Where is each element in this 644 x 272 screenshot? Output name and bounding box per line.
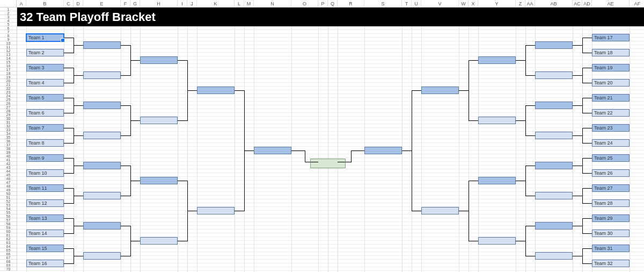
row-header-8[interactable]: 8: [0, 34, 17, 38]
right-r2-5[interactable]: [535, 162, 573, 169]
row-header-35[interactable]: 35: [0, 135, 17, 139]
row-header-55[interactable]: 55: [0, 211, 17, 214]
team-left-5[interactable]: Team 5: [26, 94, 64, 102]
col-header-H[interactable]: H: [140, 0, 178, 8]
right-r3-2[interactable]: [478, 117, 516, 124]
col-header-AF[interactable]: AF: [630, 0, 644, 8]
col-header-AE[interactable]: AE: [592, 0, 630, 8]
team-right-4[interactable]: Team 20: [592, 79, 630, 87]
row-header-50[interactable]: 50: [0, 192, 17, 196]
team-left-13[interactable]: Team 13: [26, 214, 64, 222]
right-r2-7[interactable]: [535, 222, 573, 230]
left-r2-1[interactable]: [83, 41, 121, 49]
row-header-57[interactable]: 57: [0, 218, 17, 222]
row-header-7[interactable]: 7: [0, 30, 17, 34]
left-r2-6[interactable]: [83, 192, 121, 199]
right-r3-3[interactable]: [478, 177, 516, 184]
col-header-AD[interactable]: AD: [582, 0, 592, 8]
left-r2-8[interactable]: [83, 252, 121, 260]
row-header-1[interactable]: 1: [0, 8, 17, 11]
row-header-62[interactable]: 62: [0, 237, 17, 241]
col-header-N[interactable]: N: [254, 0, 291, 8]
row-header-10[interactable]: 10: [0, 41, 17, 45]
team-right-3[interactable]: Team 19: [592, 64, 630, 71]
row-header-5[interactable]: 5: [0, 23, 17, 26]
team-left-4[interactable]: Team 4: [26, 79, 64, 87]
team-left-6[interactable]: Team 6: [26, 109, 64, 117]
col-header-E[interactable]: E: [83, 0, 121, 8]
col-header-AA[interactable]: AA: [525, 0, 535, 8]
row-header-40[interactable]: 40: [0, 154, 17, 158]
row-header-18[interactable]: 18: [0, 71, 17, 75]
row-header-6[interactable]: 6: [0, 26, 17, 30]
row-header-29[interactable]: 29: [0, 113, 17, 117]
row-header-61[interactable]: 61: [0, 233, 17, 237]
team-right-16[interactable]: Team 32: [592, 260, 630, 267]
row-header-13[interactable]: 13: [0, 53, 17, 56]
left-r2-5[interactable]: [83, 162, 121, 169]
col-header-L[interactable]: L: [235, 0, 244, 8]
team-right-10[interactable]: Team 26: [592, 169, 630, 177]
row-header-15[interactable]: 15: [0, 60, 17, 64]
team-left-15[interactable]: Team 15: [26, 245, 64, 252]
row-header-69[interactable]: 69: [0, 263, 17, 267]
row-header-37[interactable]: 37: [0, 143, 17, 147]
right-r4-2[interactable]: [421, 207, 459, 214]
row-header-43[interactable]: 43: [0, 166, 17, 169]
row-header-11[interactable]: 11: [0, 45, 17, 49]
team-right-11[interactable]: Team 27: [592, 184, 630, 192]
row-header-51[interactable]: 51: [0, 196, 17, 199]
col-header-S[interactable]: S: [364, 0, 402, 8]
team-right-15[interactable]: Team 31: [592, 245, 630, 252]
right-r2-8[interactable]: [535, 252, 573, 260]
col-header-P[interactable]: P: [318, 0, 328, 8]
row-header-67[interactable]: 67: [0, 256, 17, 260]
row-header-60[interactable]: 60: [0, 230, 17, 233]
team-left-14[interactable]: Team 14: [26, 230, 64, 237]
team-right-6[interactable]: Team 22: [592, 109, 630, 117]
row-header-45[interactable]: 45: [0, 173, 17, 177]
col-header-Y[interactable]: Y: [478, 0, 516, 8]
right-r2-4[interactable]: [535, 132, 573, 139]
row-header-25[interactable]: 25: [0, 98, 17, 102]
team-right-5[interactable]: Team 21: [592, 94, 630, 102]
col-header-D[interactable]: D: [74, 0, 83, 8]
col-header-V[interactable]: V: [421, 0, 459, 8]
row-header-64[interactable]: 64: [0, 245, 17, 248]
row-header-52[interactable]: 52: [0, 199, 17, 203]
col-header-U[interactable]: U: [412, 0, 421, 8]
team-left-8[interactable]: Team 8: [26, 139, 64, 147]
row-header-56[interactable]: 56: [0, 214, 17, 218]
team-right-9[interactable]: Team 25: [592, 154, 630, 162]
team-right-14[interactable]: Team 30: [592, 230, 630, 237]
row-header-31[interactable]: 31: [0, 120, 17, 124]
team-left-12[interactable]: Team 12: [26, 199, 64, 207]
row-header-32[interactable]: 32: [0, 124, 17, 128]
col-header-C[interactable]: C: [64, 0, 74, 8]
row-header-4[interactable]: 4: [0, 19, 17, 23]
team-left-11[interactable]: Team 11: [26, 184, 64, 192]
col-header-R[interactable]: R: [338, 0, 364, 8]
row-header-33[interactable]: 33: [0, 128, 17, 132]
row-header-58[interactable]: 58: [0, 222, 17, 226]
team-right-8[interactable]: Team 24: [592, 139, 630, 147]
row-header-70[interactable]: 70: [0, 267, 17, 271]
row-header-65[interactable]: 65: [0, 248, 17, 252]
right-r2-2[interactable]: [535, 71, 573, 79]
col-header-AC[interactable]: AC: [573, 0, 582, 8]
row-header-30[interactable]: 30: [0, 117, 17, 120]
col-header-K[interactable]: K: [197, 0, 235, 8]
row-header-26[interactable]: 26: [0, 102, 17, 105]
col-header-T[interactable]: T: [402, 0, 412, 8]
col-header-J[interactable]: J: [187, 0, 197, 8]
left-r3-4[interactable]: [140, 237, 178, 245]
row-header-59[interactable]: 59: [0, 226, 17, 230]
left-r2-7[interactable]: [83, 222, 121, 230]
row-header-36[interactable]: 36: [0, 139, 17, 143]
right-r3-4[interactable]: [478, 237, 516, 245]
right-r4-1[interactable]: [421, 87, 459, 94]
row-header-14[interactable]: 14: [0, 56, 17, 60]
left-r3-2[interactable]: [140, 117, 178, 124]
col-header-M[interactable]: M: [244, 0, 254, 8]
row-header-42[interactable]: 42: [0, 162, 17, 166]
